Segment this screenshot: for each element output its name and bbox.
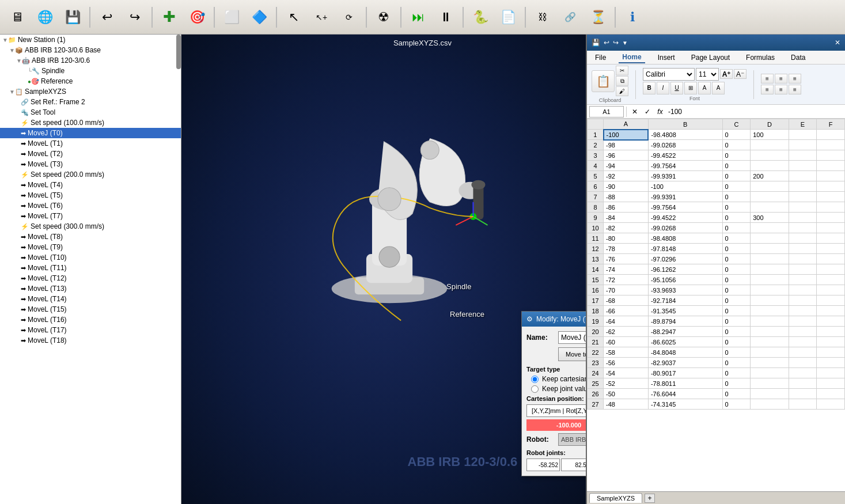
tree-item-set-speed-100[interactable]: ⚡ Set speed (100.0 mm/s) [0,118,181,128]
tree-item-set-ref[interactable]: 🔗 Set Ref.: Frame 2 [0,97,181,107]
cell-6-C[interactable]: 0 [722,181,751,192]
excel-undo-icon[interactable]: ↩ [604,39,609,47]
cell-3-E[interactable] [789,150,817,161]
menu-data[interactable]: Data [787,52,809,63]
col-header-d[interactable]: D [751,119,789,130]
cartesian-format-select[interactable]: [X,Y,Z]mm | Rot[Z,Y',X'']deg - ABB/KUKA/… [526,404,586,417]
cell-18-D[interactable] [751,306,789,316]
joint-2[interactable] [561,458,586,471]
cell-7-A[interactable]: -88 [604,192,649,202]
formula-fx-btn[interactable]: fx [654,106,666,118]
cell-19-E[interactable] [789,316,817,327]
tree-item-movel-t9[interactable]: ➡ MoveL (T9) [0,242,181,252]
cell-24-F[interactable] [817,368,845,378]
col-header-b[interactable]: B [648,119,722,130]
border-btn[interactable]: ⊞ [684,82,697,94]
cell-ref-input[interactable] [589,106,624,118]
cell-22-F[interactable] [817,347,845,358]
tree-item-spindle[interactable]: └ 🔧 Spindle [0,66,181,76]
row-number-18[interactable]: 18 [588,306,604,316]
tree-item-movel-t8[interactable]: ➡ MoveL (T8) [0,232,181,242]
cell-16-A[interactable]: -70 [604,285,649,295]
cell-25-B[interactable]: -78.8011 [648,378,722,389]
cell-9-C[interactable]: 0 [722,213,751,223]
cell-18-C[interactable]: 0 [722,306,751,316]
cell-2-D[interactable] [751,140,789,150]
cell-3-D[interactable] [751,150,789,161]
cell-14-F[interactable] [817,264,845,275]
cell-13-B[interactable]: -97.0296 [648,254,722,264]
cell-5-A[interactable]: -92 [604,171,649,181]
cell-13-D[interactable] [751,254,789,264]
cell-22-B[interactable]: -84.8048 [648,347,722,358]
cell-9-A[interactable]: -84 [604,213,649,223]
cell-17-C[interactable]: 0 [722,295,751,306]
cell-11-F[interactable] [817,233,845,244]
cell-21-E[interactable] [789,337,817,347]
tree-item-abb-robot[interactable]: ▼ 🤖 ABB IRB 120-3/0.6 [0,55,181,66]
cell-6-F[interactable] [817,181,845,192]
name-input[interactable] [558,331,586,344]
cell-18-A[interactable]: -66 [604,306,649,316]
cell-7-E[interactable] [789,192,817,202]
cell-16-D[interactable] [751,285,789,295]
align-center-btn[interactable]: ≡ [775,85,787,94]
python-btn[interactable]: 🐍 [468,5,493,30]
cell-15-F[interactable] [817,275,845,285]
row-number-16[interactable]: 16 [588,285,604,295]
undo-btn[interactable]: ↩ [94,5,120,30]
cell-2-E[interactable] [789,140,817,150]
row-number-8[interactable]: 8 [588,202,604,213]
cell-19-A[interactable]: -64 [604,316,649,327]
cell-22-E[interactable] [789,347,817,358]
cell-17-E[interactable] [789,295,817,306]
cell-5-B[interactable]: -99.9391 [648,171,722,181]
cell-10-A[interactable]: -82 [604,223,649,233]
cell-11-A[interactable]: -80 [604,233,649,244]
cell-20-C[interactable]: 0 [722,327,751,337]
row-number-22[interactable]: 22 [588,347,604,358]
cell-5-C[interactable]: 0 [722,171,751,181]
cell-3-C[interactable]: 0 [722,150,751,161]
cell-26-C[interactable]: 0 [722,389,751,399]
excel-redo-icon[interactable]: ↪ [613,39,619,47]
cell-19-D[interactable] [751,316,789,327]
tree-item-reference[interactable]: ● 🎯 Reference [0,76,181,86]
cell-23-A[interactable]: -56 [604,358,649,368]
path2-btn[interactable]: 🔗 [558,5,583,30]
cell-16-C[interactable]: 0 [722,285,751,295]
cell-24-A[interactable]: -54 [604,368,649,378]
cell-16-F[interactable] [817,285,845,295]
cell-4-A[interactable]: -94 [604,161,649,171]
cell-4-D[interactable] [751,161,789,171]
row-number-5[interactable]: 5 [588,171,604,181]
joint-1[interactable] [526,458,560,471]
cell-27-D[interactable] [751,399,789,410]
underline-btn[interactable]: U [670,82,683,94]
cell-3-F[interactable] [817,150,845,161]
doc-btn[interactable]: 📄 [495,5,521,30]
cell-9-F[interactable] [817,213,845,223]
cell-2-A[interactable]: -98 [604,140,649,150]
menu-page-layout[interactable]: Page Layout [688,52,733,63]
tree-item-movel-t7[interactable]: ➡ MoveL (T7) [0,211,181,221]
tree-item-movel-t13[interactable]: ➡ MoveL (T13) [0,283,181,294]
cell-26-E[interactable] [789,389,817,399]
viewport-3d[interactable]: Spindle Reference ABB IRB 120-3/0.6 Base… [181,35,586,504]
cell-13-F[interactable] [817,254,845,264]
row-number-17[interactable]: 17 [588,295,604,306]
tree-item-abb-base[interactable]: ▼ 📦 ABB IRB 120-3/0.6 Base [0,45,181,55]
cell-23-B[interactable]: -82.9037 [648,358,722,368]
row-number-6[interactable]: 6 [588,181,604,192]
cell-13-C[interactable]: 0 [722,254,751,264]
row-number-14[interactable]: 14 [588,264,604,275]
cell-23-F[interactable] [817,358,845,368]
row-number-12[interactable]: 12 [588,244,604,254]
font-size-select[interactable]: 11 [696,68,719,81]
row-number-9[interactable]: 9 [588,213,604,223]
cell-12-F[interactable] [817,244,845,254]
tree-item-movel-t6[interactable]: ➡ MoveL (T6) [0,200,181,211]
cell-9-D[interactable]: 300 [751,213,789,223]
cell-14-C[interactable]: 0 [722,264,751,275]
cell-8-D[interactable] [751,202,789,213]
